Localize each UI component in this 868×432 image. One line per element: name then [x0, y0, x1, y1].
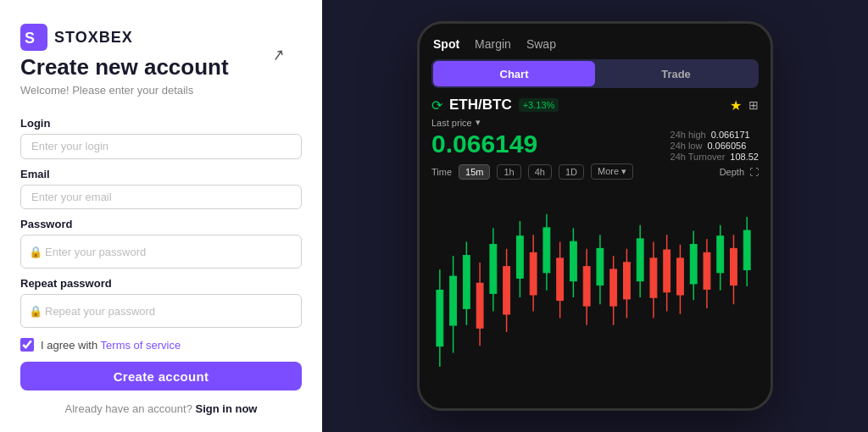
svg-rect-30	[504, 267, 510, 314]
time-1d[interactable]: 1D	[559, 164, 584, 180]
ticker-change: +3.13%	[519, 98, 559, 112]
chart-area	[431, 186, 759, 408]
last-price-row: Last price ▾	[431, 117, 759, 128]
depth-area: Depth ⛶	[720, 167, 759, 177]
svg-rect-6	[450, 276, 457, 324]
svg-rect-14	[543, 228, 550, 272]
tab-spot[interactable]: Spot	[433, 37, 459, 51]
svg-rect-10	[490, 245, 497, 293]
svg-rect-20	[637, 239, 643, 280]
star-icon[interactable]: ★	[730, 97, 742, 114]
svg-rect-22	[690, 245, 697, 284]
expand-icon[interactable]: ⛶	[749, 167, 759, 177]
time-label: Time	[431, 167, 452, 177]
time-more[interactable]: More ▾	[591, 163, 633, 180]
ticker-row: ⟳ ETH/BTC +3.13% ★ ⊞	[431, 97, 759, 114]
svg-rect-40	[623, 263, 630, 299]
password-input[interactable]	[20, 235, 302, 269]
svg-rect-48	[704, 253, 710, 290]
svg-rect-36	[583, 267, 590, 306]
repeat-field-wrapper: 🔒	[20, 294, 302, 328]
logo-row: S STOXBEX	[20, 24, 302, 51]
price-info-row: 0.066149 24h high 0.066171 24h low 0.066…	[431, 130, 759, 162]
svg-rect-46	[677, 258, 684, 295]
depth-label: Depth	[720, 167, 744, 177]
svg-rect-16	[570, 242, 576, 281]
time-bar: Time 15m 1h 4h 1D More ▾ Depth ⛶	[431, 163, 759, 180]
login-input[interactable]	[20, 134, 302, 159]
tab-margin[interactable]: Margin	[475, 37, 511, 51]
left-panel: S STOXBEX ↗ Create new account Welcome! …	[0, 0, 322, 432]
create-account-button[interactable]: Create account	[20, 362, 302, 390]
price-display: 0.066149	[431, 130, 537, 158]
repeat-input[interactable]	[20, 294, 302, 328]
ticker-symbol: ETH/BTC	[449, 97, 512, 114]
subtitle: Welcome! Please enter your details	[20, 84, 302, 97]
chart-button[interactable]: Chart	[433, 61, 595, 86]
chart-trade-row: Chart Trade	[431, 59, 759, 88]
svg-rect-28	[476, 284, 483, 328]
ticker-arrow-icon: ⟳	[431, 97, 442, 114]
svg-rect-32	[530, 253, 537, 295]
logo-icon: S	[20, 24, 47, 51]
svg-rect-44	[664, 250, 670, 291]
terms-checkbox[interactable]	[20, 338, 34, 352]
email-label: Email	[20, 168, 302, 180]
phone-tabs: Spot Margin Swap	[431, 37, 759, 51]
time-15m[interactable]: 15m	[459, 164, 490, 180]
price-stats: 24h high 0.066171 24h low 0.066056 24h T…	[670, 130, 759, 162]
svg-rect-34	[557, 258, 564, 300]
svg-rect-24	[717, 236, 724, 273]
right-panel: Spot Margin Swap Chart Trade ⟳ ETH/BTC +…	[322, 0, 868, 432]
page-title: Create new account	[20, 54, 302, 80]
time-1h[interactable]: 1h	[497, 164, 520, 180]
terms-text: I agree with Terms of service	[41, 339, 181, 352]
tab-swap[interactable]: Swap	[526, 37, 556, 51]
repeat-label: Repeat password	[20, 277, 302, 290]
svg-rect-38	[610, 269, 617, 306]
terms-row: I agree with Terms of service	[20, 338, 302, 352]
brand-name: STOXBEX	[54, 29, 133, 47]
terms-link[interactable]: Terms of service	[101, 339, 181, 352]
grid-icon[interactable]: ⊞	[748, 98, 759, 112]
svg-rect-26	[743, 230, 750, 269]
svg-rect-18	[597, 249, 604, 285]
time-4h[interactable]: 4h	[528, 164, 552, 180]
svg-rect-8	[463, 256, 470, 308]
login-label: Login	[20, 117, 302, 130]
email-input[interactable]	[20, 185, 302, 210]
password-label: Password	[20, 218, 302, 230]
svg-rect-4	[437, 291, 443, 346]
svg-rect-50	[731, 249, 737, 285]
svg-text:S: S	[25, 30, 35, 47]
signin-row: Already have an account? Sign in now	[20, 402, 302, 415]
signin-link[interactable]: Sign in now	[196, 402, 258, 415]
svg-rect-42	[650, 258, 657, 297]
svg-rect-12	[516, 236, 523, 278]
phone-mockup: Spot Margin Swap Chart Trade ⟳ ETH/BTC +…	[417, 21, 773, 411]
password-field-wrapper: 🔒	[20, 235, 302, 269]
candle-chart	[431, 186, 759, 408]
trade-button[interactable]: Trade	[595, 61, 757, 86]
